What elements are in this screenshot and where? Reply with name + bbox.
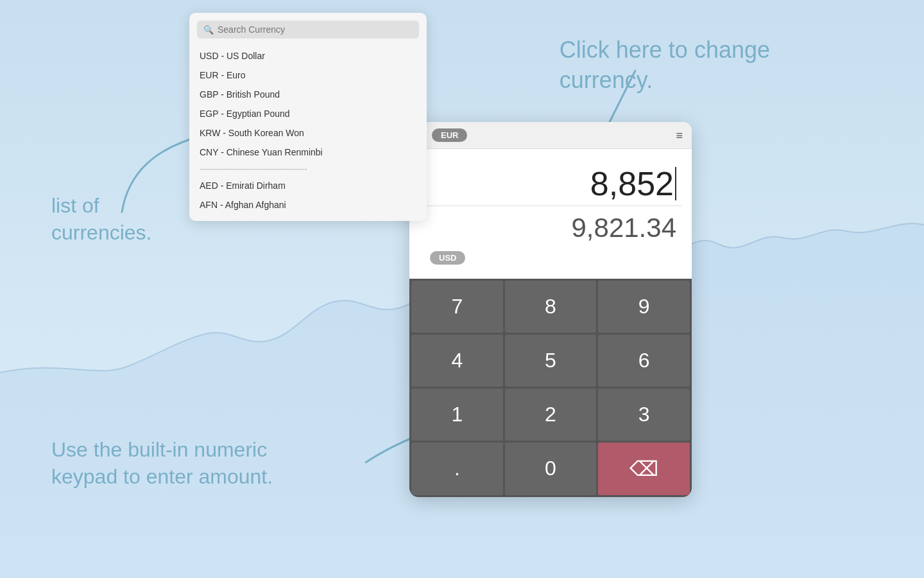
annotation-keypad-text: Use the built-in numeric keypad to enter… xyxy=(51,438,273,488)
calculator: EUR ≡ 8,852 9,821.34 USD 7 8 9 4 5 6 1 2… xyxy=(409,122,692,497)
currency-item-krw[interactable]: KRW - South Korean Won xyxy=(189,123,427,143)
currency-separator: ----------------------------------------… xyxy=(189,162,427,176)
currency-dropdown: 🔍 USD - US Dollar EUR - Euro GBP - Briti… xyxy=(189,13,427,221)
key-9[interactable]: 9 xyxy=(598,281,690,333)
key-5[interactable]: 5 xyxy=(505,335,597,387)
annotation-change-text: Click here to change currency. xyxy=(560,37,770,93)
currency-item-aed[interactable]: AED - Emirati Dirham xyxy=(189,176,427,195)
key-7[interactable]: 7 xyxy=(411,281,503,333)
display-top-number: 8,852 xyxy=(590,164,674,203)
annotation-currencies: list of currencies. xyxy=(51,193,152,246)
search-icon: 🔍 xyxy=(203,25,214,35)
display-top-value: 8,852 xyxy=(420,159,681,206)
currency-item-usd[interactable]: USD - US Dollar xyxy=(189,46,427,66)
key-3[interactable]: 3 xyxy=(598,389,690,441)
search-bar[interactable]: 🔍 xyxy=(197,21,419,39)
key-6[interactable]: 6 xyxy=(598,335,690,387)
currency-item-gbp[interactable]: GBP - British Pound xyxy=(189,85,427,104)
to-currency-pill[interactable]: USD xyxy=(430,251,465,265)
annotation-keypad: Use the built-in numeric keypad to enter… xyxy=(51,437,273,490)
display-bottom-value: 9,821.34 xyxy=(420,206,681,249)
cursor-bar xyxy=(675,167,676,200)
calc-display: 8,852 9,821.34 USD xyxy=(409,149,692,279)
search-input[interactable] xyxy=(218,24,413,35)
key-1[interactable]: 1 xyxy=(411,389,503,441)
currency-list: USD - US Dollar EUR - Euro GBP - British… xyxy=(189,44,427,221)
key-2[interactable]: 2 xyxy=(505,389,597,441)
key-0[interactable]: 0 xyxy=(505,442,597,495)
annotation-change-currency: Click here to change currency. xyxy=(560,35,770,96)
currency-item-afn[interactable]: AFN - Afghan Afghani xyxy=(189,195,427,215)
key-delete[interactable]: ⌫ xyxy=(598,442,690,495)
key-dot[interactable]: . xyxy=(411,442,503,495)
calc-header: EUR ≡ xyxy=(409,122,692,149)
hamburger-icon[interactable]: ≡ xyxy=(676,130,683,141)
from-currency-pill[interactable]: EUR xyxy=(432,128,467,142)
currency-item-cny[interactable]: CNY - Chinese Yuan Renminbi xyxy=(189,143,427,162)
currency-item-egp[interactable]: EGP - Egyptian Pound xyxy=(189,104,427,123)
currency-item-eur[interactable]: EUR - Euro xyxy=(189,66,427,85)
key-8[interactable]: 8 xyxy=(505,281,597,333)
key-4[interactable]: 4 xyxy=(411,335,503,387)
annotation-currencies-text: list of currencies. xyxy=(51,194,152,244)
calc-keypad: 7 8 9 4 5 6 1 2 3 . 0 ⌫ xyxy=(409,279,692,497)
